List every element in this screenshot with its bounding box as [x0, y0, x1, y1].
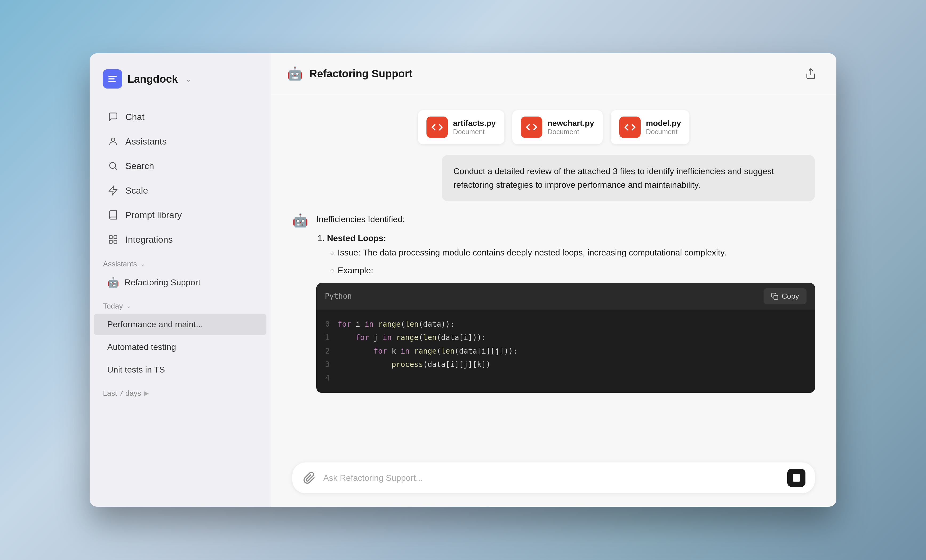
file-card-artifacts: artifacts.py Document — [418, 110, 504, 144]
copy-button[interactable]: Copy — [764, 288, 806, 304]
search-icon — [107, 160, 119, 172]
svg-point-4 — [110, 162, 115, 168]
share-button[interactable] — [801, 64, 820, 83]
file-icon-artifacts — [427, 117, 448, 138]
chat-item-automated-testing[interactable]: Automated testing — [94, 336, 266, 358]
sidebar-item-prompt-library[interactable]: Prompt library — [94, 203, 266, 227]
svg-rect-7 — [109, 236, 112, 239]
header-left: 🤖 Refactoring Support — [287, 66, 413, 81]
sidebar-item-integrations[interactable]: Integrations — [94, 228, 266, 251]
last7-section-label: Last 7 days ▶ — [89, 381, 271, 400]
file-attachments: artifacts.py Document newchart.py Docume… — [292, 110, 815, 144]
issue-text: Issue: The data processing module contai… — [337, 245, 815, 260]
sidebar-header: Langdock ⌄ — [89, 69, 271, 104]
svg-rect-1 — [108, 79, 115, 79]
last7-chevron-icon: ▶ — [144, 390, 149, 397]
app-window: Langdock ⌄ Chat Assistants — [89, 53, 837, 507]
code-header: Python Copy — [316, 283, 815, 310]
file-name-model: model.py — [646, 119, 681, 128]
main-content: 🤖 Refactoring Support — [271, 53, 837, 507]
user-message: Conduct a detailed review of the attache… — [442, 155, 815, 201]
file-icon-newchart — [521, 117, 542, 138]
assistant-content: Inefficiencies Identified: Nested Loops:… — [316, 212, 815, 393]
brand-name: Langdock — [127, 73, 178, 85]
brand-chevron-icon: ⌄ — [185, 75, 192, 83]
list-item-nested-loops: Nested Loops: Issue: The data processing… — [327, 231, 815, 278]
book-icon — [107, 209, 119, 221]
file-name-artifacts: artifacts.py — [453, 119, 496, 128]
svg-point-3 — [112, 138, 115, 141]
assistant-item-refactoring[interactable]: 🤖 Refactoring Support — [94, 271, 266, 293]
copy-label: Copy — [782, 292, 799, 301]
sidebar-item-chat[interactable]: Chat — [94, 105, 266, 129]
main-header: 🤖 Refactoring Support — [271, 53, 837, 94]
assistants-section-chevron-icon: ⌄ — [140, 260, 145, 268]
file-name-newchart: newchart.py — [548, 119, 594, 128]
header-emoji: 🤖 — [287, 66, 303, 81]
today-section-label: Today ⌄ — [89, 294, 271, 313]
file-icon-model — [619, 117, 641, 138]
svg-rect-10 — [114, 240, 117, 243]
chat-area: artifacts.py Document newchart.py Docume… — [271, 94, 837, 452]
svg-rect-12 — [774, 295, 778, 299]
sidebar: Langdock ⌄ Chat Assistants — [89, 53, 271, 507]
svg-marker-6 — [109, 186, 117, 195]
chat-label: Chat — [126, 112, 145, 122]
chat-item-unit-tests[interactable]: Unit tests in TS — [94, 359, 266, 380]
file-card-model: model.py Document — [611, 110, 690, 144]
sidebar-item-assistants[interactable]: Assistants — [94, 130, 266, 153]
integrations-label: Integrations — [126, 235, 173, 245]
assistants-section-label: Assistants ⌄ — [89, 252, 271, 271]
stop-button[interactable] — [787, 469, 805, 487]
assistant-emoji: 🤖 — [107, 277, 119, 288]
file-type-artifacts: Document — [453, 128, 496, 136]
prompt-library-label: Prompt library — [126, 210, 182, 220]
response-heading: Inefficiencies Identified: — [316, 212, 815, 226]
attach-button[interactable] — [302, 471, 317, 485]
code-line-4: 4 — [316, 371, 804, 385]
assistant-item-label: Refactoring Support — [124, 278, 201, 288]
file-type-model: Document — [646, 128, 681, 136]
chat-item-perf-maint[interactable]: Performance and maint... — [94, 313, 266, 335]
input-placeholder[interactable]: Ask Refactoring Support... — [323, 473, 781, 483]
integrations-icon — [107, 234, 119, 245]
code-block: Python Copy 0 for i in range — [316, 283, 815, 393]
code-language: Python — [325, 290, 352, 303]
stop-icon — [793, 474, 800, 481]
chat-icon — [107, 111, 119, 123]
svg-rect-2 — [108, 81, 116, 82]
scale-label: Scale — [126, 185, 148, 196]
today-section-chevron-icon: ⌄ — [126, 303, 131, 310]
svg-rect-0 — [108, 76, 117, 77]
code-line-2: 2 for k in range(len(data[i][j])): — [316, 345, 804, 358]
code-line-3: 3 process(data[i][j][k]) — [316, 358, 804, 371]
example-label: Example: — [337, 263, 815, 278]
header-title: Refactoring Support — [309, 68, 413, 80]
code-line-1: 1 for j in range(len(data[i])): — [316, 331, 804, 344]
assistants-label: Assistants — [126, 136, 167, 147]
search-label: Search — [126, 161, 154, 171]
app-logo — [103, 69, 122, 89]
sidebar-item-search[interactable]: Search — [94, 154, 266, 178]
input-area: Ask Refactoring Support... — [271, 452, 837, 507]
code-body: 0 for i in range(len(data)): 1 for j in … — [316, 310, 815, 393]
file-card-newchart: newchart.py Document — [512, 110, 603, 144]
sidebar-item-scale[interactable]: Scale — [94, 179, 266, 202]
assistants-icon — [107, 135, 119, 147]
file-type-newchart: Document — [548, 128, 594, 136]
svg-line-5 — [115, 168, 117, 170]
assistant-avatar: 🤖 — [292, 213, 308, 228]
input-box: Ask Refactoring Support... — [292, 462, 815, 493]
svg-rect-8 — [114, 236, 117, 239]
scale-icon — [107, 185, 119, 196]
svg-rect-9 — [109, 240, 112, 243]
code-line-0: 0 for i in range(len(data)): — [316, 318, 804, 331]
assistant-message: 🤖 Inefficiencies Identified: Nested Loop… — [292, 212, 815, 393]
